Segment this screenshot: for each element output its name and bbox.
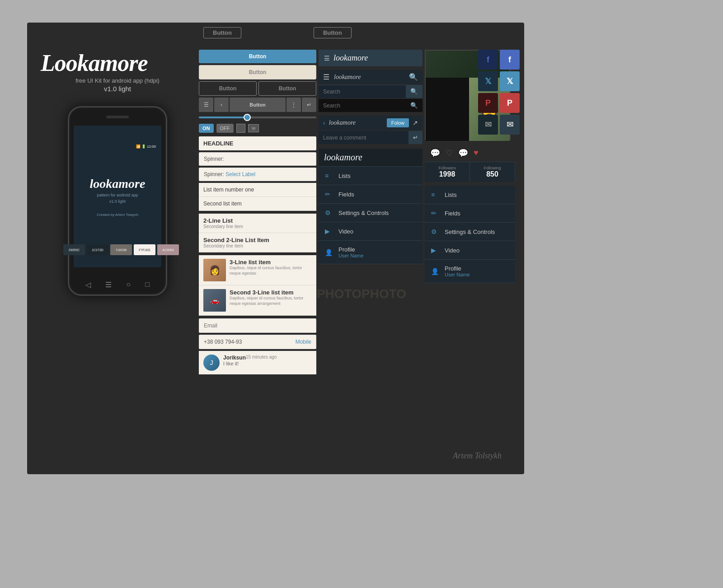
toggle-off[interactable]: OFF [216, 124, 234, 133]
search-nav-icon[interactable]: ○ [126, 280, 131, 289]
heart-empty-icon[interactable]: ♡ [446, 148, 453, 158]
back-action-icon[interactable]: ‹ [214, 98, 229, 112]
action-bar: ☰ ‹ Button ⋮ ↵ [199, 98, 316, 112]
secondary-button[interactable]: Button [199, 65, 316, 79]
menu-item-fields-2[interactable]: ✏ Fields [425, 204, 515, 223]
enter-action-icon[interactable]: ↵ [302, 98, 316, 112]
followers-stat: Followers 1998 [425, 162, 470, 182]
following-count: 850 [474, 170, 511, 178]
menu-label-lists-2: Lists [445, 191, 457, 198]
back-nav-icon[interactable]: ◁ [85, 280, 91, 289]
followers-row: Followers 1998 Following 850 [425, 162, 515, 182]
battery-icon: 🔋 [141, 145, 146, 149]
time-display: 12:00 [147, 145, 156, 149]
ghost-button-2[interactable]: Button [314, 27, 352, 38]
outline-button-1[interactable]: Button [199, 81, 257, 96]
primary-button[interactable]: Button [199, 50, 316, 63]
following-label: Following [474, 166, 511, 170]
slider-container[interactable] [199, 115, 316, 120]
settings-icon-2: ⚙ [431, 228, 440, 235]
two-line-item-2[interactable]: Second 2-Line List Item Secondary line i… [199, 233, 316, 252]
middle-section: Button Button Button Button ☰ ‹ Button ⋮… [199, 50, 316, 374]
phone-nav: ◁ ☰ ○ □ [69, 280, 166, 289]
brand-header: lookamore [319, 149, 423, 167]
pinterest-light-button[interactable]: P [500, 93, 520, 113]
three-line-item-1[interactable]: 👩 3-Line list item Dapibus, nique id cur… [199, 255, 316, 285]
comment-avatar: J [203, 355, 220, 371]
menu-nav-icon[interactable]: □ [145, 280, 150, 289]
menu-username: User Name [338, 253, 364, 258]
menu-username-2: User Name [445, 272, 470, 277]
share-icon[interactable]: ↗ [413, 119, 418, 126]
home-nav-icon[interactable]: ☰ [105, 280, 112, 289]
menu-item-video[interactable]: ▶ Video [319, 222, 423, 241]
facebook-pair: f f [478, 50, 520, 70]
twitter-pair: 𝕏 𝕏 [478, 71, 520, 91]
comment-input[interactable] [319, 131, 408, 144]
twitter-light-button[interactable]: 𝕏 [500, 71, 520, 91]
menu-item-settings[interactable]: ⚙ Settings & Controls [319, 204, 423, 222]
wifi-icon: 📶 [136, 145, 141, 149]
list-item-1[interactable]: List item number one [199, 183, 316, 197]
mobile-input[interactable]: +38 093 794-93 Mobile [199, 335, 316, 349]
fields-icon: ✏ [325, 191, 334, 198]
comment-reaction-icon[interactable]: 💬 [430, 148, 440, 158]
action-button-center[interactable]: Button [230, 98, 286, 112]
menu-item-lists-2[interactable]: ≡ Lists [425, 186, 515, 204]
twitter-dark-button[interactable]: 𝕏 [478, 71, 498, 91]
menu-item-fields[interactable]: ✏ Fields [319, 185, 423, 204]
toggle-on[interactable]: ON [199, 124, 214, 133]
settings-icon: ⚙ [325, 209, 334, 216]
pinterest-dark-button[interactable]: P [478, 93, 498, 113]
spinner-1[interactable]: Spinner: [199, 152, 316, 166]
list-item-2[interactable]: Second list item [199, 197, 316, 211]
menu-item-lists[interactable]: ≡ Lists [319, 167, 423, 185]
menu-item-settings-2[interactable]: ⚙ Settings & Controls [425, 223, 515, 241]
menu-list-left: ≡ Lists ✏ Fields ⚙ Settings & Controls ▶… [319, 167, 423, 264]
email-input[interactable] [199, 318, 316, 333]
comment-submit-button[interactable]: ↵ [408, 131, 423, 144]
search-input-2[interactable] [319, 99, 406, 112]
menu-item-video-2[interactable]: ▶ Video [425, 241, 515, 260]
profile-icon: 👤 [325, 249, 334, 256]
profile-action-bar: ‹ lookamore Folow ↗ [319, 116, 423, 130]
search-logo-row: ☰ lookamore 🔍 [319, 70, 423, 84]
ghost-button-1[interactable]: Button [203, 27, 241, 38]
follow-button[interactable]: Folow [387, 118, 409, 127]
left-section: Lookamore free UI Kit for android app (h… [41, 50, 194, 296]
comment-blue-icon[interactable]: 💬 [458, 148, 468, 158]
app-logo: Lookamore [41, 50, 194, 76]
search-hamburger-icon[interactable]: ☰ [323, 73, 329, 81]
three-line-item-2[interactable]: 🚗 Second 3-Line list item Dapibus, nique… [199, 285, 316, 316]
mail-dark-button[interactable]: ✉ [478, 115, 498, 135]
search-input-1[interactable] [319, 85, 406, 98]
app-subtitle: free UI Kit for android app (hdpi) [41, 77, 194, 84]
search-button-2[interactable]: 🔍 [406, 99, 423, 112]
checkbox[interactable] [236, 124, 245, 133]
menu-action-icon[interactable]: ☰ [199, 98, 213, 112]
menu-item-profile[interactable]: 👤 Profile User Name [319, 241, 423, 264]
heart-red-icon[interactable]: ♥ [474, 148, 479, 158]
hamburger-icon[interactable]: ☰ [324, 55, 330, 62]
comment-time: 15 minutes ago [246, 355, 277, 361]
phone-mockup: 📶 🔋 12:00 lookamore pattern for android … [41, 106, 194, 296]
color-swatches: 29353C 1C272D 716C66 F7F1EE AC9093 [63, 244, 179, 255]
slider-track[interactable] [199, 117, 316, 118]
facebook-dark-button[interactable]: f [478, 50, 498, 70]
email-icon[interactable]: ✉ [248, 124, 259, 132]
top-ghost-buttons: Button Button [203, 27, 352, 38]
slider-thumb[interactable] [244, 114, 251, 121]
outline-button-2[interactable]: Button [258, 81, 316, 96]
two-line-item-1[interactable]: 2-Line List Secondary line item [199, 214, 316, 233]
facebook-light-button[interactable]: f [500, 50, 520, 70]
main-container: Button Button Lookamore free UI Kit for … [27, 23, 524, 474]
search-button-1[interactable]: 🔍 [406, 85, 423, 98]
spinner-2[interactable]: Spinner: Select Label [199, 168, 316, 181]
comment-text: I like it! [223, 361, 277, 366]
mail-light-button[interactable]: ✉ [500, 115, 520, 135]
search-icon-right[interactable]: 🔍 [409, 73, 418, 81]
back-button[interactable]: ‹ [323, 119, 325, 126]
button-row-3: Button Button [199, 81, 316, 96]
more-action-icon[interactable]: ⋮ [286, 98, 301, 112]
menu-item-profile-2[interactable]: 👤 Profile User Name [425, 260, 515, 283]
